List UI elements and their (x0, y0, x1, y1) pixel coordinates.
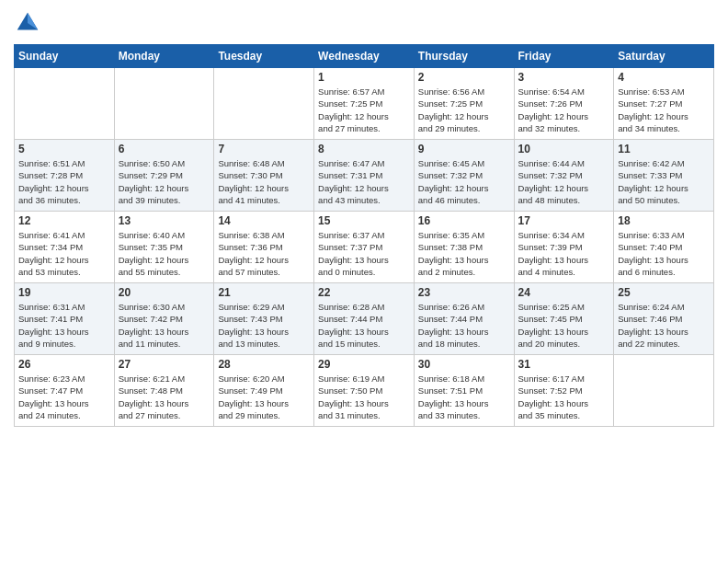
calendar-cell: 31Sunrise: 6:17 AM Sunset: 7:52 PM Dayli… (514, 355, 614, 427)
calendar-cell: 15Sunrise: 6:37 AM Sunset: 7:37 PM Dayli… (314, 212, 415, 283)
calendar-cell (15, 68, 115, 140)
cell-info: Sunrise: 6:57 AM Sunset: 7:25 PM Dayligh… (318, 86, 410, 134)
cell-info: Sunrise: 6:42 AM Sunset: 7:33 PM Dayligh… (618, 157, 710, 206)
day-number: 1 (318, 71, 410, 84)
page: SundayMondayTuesdayWednesdayThursdayFrid… (0, 0, 728, 563)
day-number: 6 (119, 143, 210, 155)
cell-info: Sunrise: 6:29 AM Sunset: 7:43 PM Dayligh… (218, 301, 310, 350)
calendar-cell: 27Sunrise: 6:21 AM Sunset: 7:48 PM Dayli… (114, 355, 214, 427)
cell-info: Sunrise: 6:26 AM Sunset: 7:44 PM Dayligh… (418, 301, 510, 350)
day-number: 21 (218, 286, 310, 299)
calendar-cell (114, 68, 214, 140)
day-number: 17 (518, 214, 610, 227)
day-number: 3 (518, 71, 610, 84)
calendar-week-row: 5Sunrise: 6:51 AM Sunset: 7:28 PM Daylig… (15, 140, 714, 212)
cell-info: Sunrise: 6:45 AM Sunset: 7:32 PM Dayligh… (418, 157, 510, 206)
cell-info: Sunrise: 6:51 AM Sunset: 7:28 PM Dayligh… (18, 157, 110, 206)
calendar-cell: 17Sunrise: 6:34 AM Sunset: 7:39 PM Dayli… (514, 212, 614, 283)
day-number: 15 (318, 214, 410, 227)
weekday-header: Thursday (414, 45, 514, 68)
calendar-cell: 14Sunrise: 6:38 AM Sunset: 7:36 PM Dayli… (214, 212, 314, 283)
day-number: 22 (318, 286, 410, 299)
day-number: 30 (418, 358, 510, 371)
calendar-cell: 25Sunrise: 6:24 AM Sunset: 7:46 PM Dayli… (614, 283, 714, 355)
day-number: 20 (119, 286, 210, 299)
cell-info: Sunrise: 6:40 AM Sunset: 7:35 PM Dayligh… (119, 229, 210, 278)
cell-info: Sunrise: 6:24 AM Sunset: 7:46 PM Dayligh… (618, 301, 710, 350)
day-number: 9 (418, 143, 510, 155)
day-number: 26 (18, 358, 110, 371)
day-number: 14 (218, 214, 310, 227)
calendar-cell: 18Sunrise: 6:33 AM Sunset: 7:40 PM Dayli… (614, 212, 714, 283)
logo-icon (14, 9, 41, 37)
cell-info: Sunrise: 6:35 AM Sunset: 7:38 PM Dayligh… (418, 229, 510, 278)
cell-info: Sunrise: 6:56 AM Sunset: 7:25 PM Dayligh… (418, 86, 510, 134)
cell-info: Sunrise: 6:21 AM Sunset: 7:48 PM Dayligh… (119, 373, 210, 421)
weekday-header: Sunday (15, 45, 115, 68)
cell-info: Sunrise: 6:28 AM Sunset: 7:44 PM Dayligh… (318, 301, 410, 350)
day-number: 4 (618, 71, 710, 84)
day-number: 16 (418, 214, 510, 227)
day-number: 8 (318, 143, 410, 155)
calendar-cell: 20Sunrise: 6:30 AM Sunset: 7:42 PM Dayli… (114, 283, 214, 355)
calendar-cell: 19Sunrise: 6:31 AM Sunset: 7:41 PM Dayli… (15, 283, 115, 355)
day-number: 19 (18, 286, 110, 299)
cell-info: Sunrise: 6:31 AM Sunset: 7:41 PM Dayligh… (18, 301, 110, 350)
cell-info: Sunrise: 6:25 AM Sunset: 7:45 PM Dayligh… (518, 301, 610, 350)
cell-info: Sunrise: 6:19 AM Sunset: 7:50 PM Dayligh… (318, 373, 410, 421)
calendar-cell: 22Sunrise: 6:28 AM Sunset: 7:44 PM Dayli… (314, 283, 415, 355)
weekday-header: Friday (514, 45, 614, 68)
day-number: 28 (218, 358, 310, 371)
weekday-header: Wednesday (314, 45, 415, 68)
cell-info: Sunrise: 6:30 AM Sunset: 7:42 PM Dayligh… (119, 301, 210, 350)
calendar-cell: 11Sunrise: 6:42 AM Sunset: 7:33 PM Dayli… (614, 140, 714, 212)
cell-info: Sunrise: 6:54 AM Sunset: 7:26 PM Dayligh… (518, 86, 610, 134)
calendar-cell: 2Sunrise: 6:56 AM Sunset: 7:25 PM Daylig… (414, 68, 514, 140)
cell-info: Sunrise: 6:18 AM Sunset: 7:51 PM Dayligh… (418, 373, 510, 421)
weekday-header: Monday (114, 45, 214, 68)
day-number: 10 (518, 143, 610, 155)
calendar-cell: 5Sunrise: 6:51 AM Sunset: 7:28 PM Daylig… (15, 140, 115, 212)
calendar-cell (214, 68, 314, 140)
calendar-cell: 30Sunrise: 6:18 AM Sunset: 7:51 PM Dayli… (414, 355, 514, 427)
calendar-cell: 12Sunrise: 6:41 AM Sunset: 7:34 PM Dayli… (15, 212, 115, 283)
calendar-week-row: 19Sunrise: 6:31 AM Sunset: 7:41 PM Dayli… (15, 283, 714, 355)
cell-info: Sunrise: 6:41 AM Sunset: 7:34 PM Dayligh… (18, 229, 110, 278)
calendar-week-row: 26Sunrise: 6:23 AM Sunset: 7:47 PM Dayli… (15, 355, 714, 427)
calendar-cell: 10Sunrise: 6:44 AM Sunset: 7:32 PM Dayli… (514, 140, 614, 212)
day-number: 25 (618, 286, 710, 299)
calendar-cell: 9Sunrise: 6:45 AM Sunset: 7:32 PM Daylig… (414, 140, 514, 212)
cell-info: Sunrise: 6:20 AM Sunset: 7:49 PM Dayligh… (218, 373, 310, 421)
cell-info: Sunrise: 6:34 AM Sunset: 7:39 PM Dayligh… (518, 229, 610, 278)
calendar-cell: 29Sunrise: 6:19 AM Sunset: 7:50 PM Dayli… (314, 355, 415, 427)
calendar-header-row: SundayMondayTuesdayWednesdayThursdayFrid… (15, 45, 714, 68)
day-number: 31 (518, 358, 610, 371)
calendar-cell: 16Sunrise: 6:35 AM Sunset: 7:38 PM Dayli… (414, 212, 514, 283)
cell-info: Sunrise: 6:33 AM Sunset: 7:40 PM Dayligh… (618, 229, 710, 278)
calendar-cell (614, 355, 714, 427)
calendar: SundayMondayTuesdayWednesdayThursdayFrid… (14, 44, 714, 427)
cell-info: Sunrise: 6:38 AM Sunset: 7:36 PM Dayligh… (218, 229, 310, 278)
day-number: 11 (618, 143, 710, 155)
calendar-cell: 8Sunrise: 6:47 AM Sunset: 7:31 PM Daylig… (314, 140, 415, 212)
day-number: 27 (119, 358, 210, 371)
weekday-header: Saturday (614, 45, 714, 68)
cell-info: Sunrise: 6:48 AM Sunset: 7:30 PM Dayligh… (218, 157, 310, 206)
header (14, 9, 714, 37)
calendar-cell: 13Sunrise: 6:40 AM Sunset: 7:35 PM Dayli… (114, 212, 214, 283)
calendar-cell: 3Sunrise: 6:54 AM Sunset: 7:26 PM Daylig… (514, 68, 614, 140)
day-number: 13 (119, 214, 210, 227)
calendar-cell: 26Sunrise: 6:23 AM Sunset: 7:47 PM Dayli… (15, 355, 115, 427)
day-number: 7 (218, 143, 310, 155)
calendar-cell: 28Sunrise: 6:20 AM Sunset: 7:49 PM Dayli… (214, 355, 314, 427)
calendar-cell: 6Sunrise: 6:50 AM Sunset: 7:29 PM Daylig… (114, 140, 214, 212)
calendar-cell: 7Sunrise: 6:48 AM Sunset: 7:30 PM Daylig… (214, 140, 314, 212)
day-number: 5 (18, 143, 110, 155)
day-number: 18 (618, 214, 710, 227)
day-number: 24 (518, 286, 610, 299)
calendar-week-row: 12Sunrise: 6:41 AM Sunset: 7:34 PM Dayli… (15, 212, 714, 283)
day-number: 29 (318, 358, 410, 371)
calendar-cell: 4Sunrise: 6:53 AM Sunset: 7:27 PM Daylig… (614, 68, 714, 140)
cell-info: Sunrise: 6:37 AM Sunset: 7:37 PM Dayligh… (318, 229, 410, 278)
calendar-week-row: 1Sunrise: 6:57 AM Sunset: 7:25 PM Daylig… (15, 68, 714, 140)
